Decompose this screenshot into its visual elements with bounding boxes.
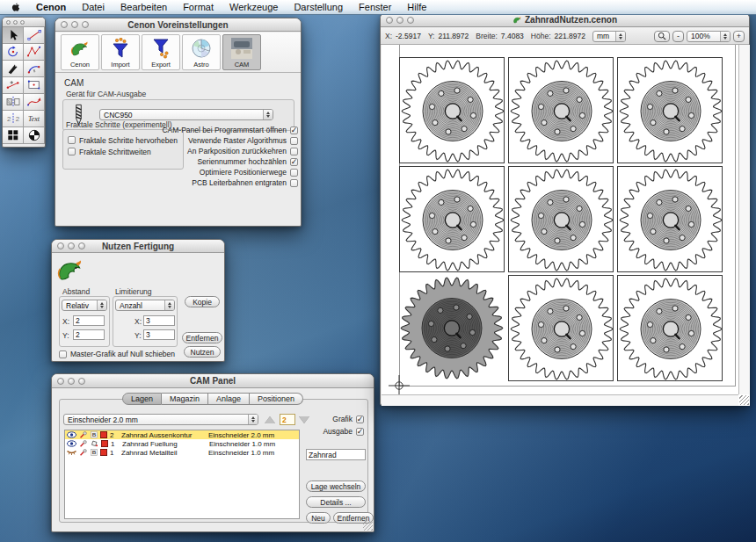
- close-button[interactable]: [57, 378, 64, 385]
- preferences-titlebar[interactable]: Cenon Voreinstellungen: [55, 18, 301, 32]
- fractal-option-checkbox-0[interactable]: [68, 136, 76, 144]
- prefs-toolbar-export[interactable]: Export: [142, 34, 180, 70]
- minimize-button[interactable]: [68, 378, 75, 385]
- text-tool[interactable]: Text: [24, 111, 45, 127]
- tool-palette-titlebar[interactable]: [3, 18, 45, 27]
- entfernen-button[interactable]: Entfernen: [182, 332, 222, 343]
- menu-bearbeiten[interactable]: Bearbeiten: [120, 2, 167, 12]
- gear-cell-selected[interactable]: [399, 275, 505, 381]
- zoom-button[interactable]: [407, 17, 414, 24]
- swatch-tool[interactable]: [3, 127, 24, 144]
- menu-app[interactable]: Cenon: [36, 2, 66, 12]
- resize-grip[interactable]: [739, 395, 749, 405]
- menu-format[interactable]: Format: [183, 2, 214, 12]
- layer-count-field[interactable]: [280, 414, 295, 425]
- close-button[interactable]: [61, 21, 68, 28]
- cam-option-checkbox-0[interactable]: ✓: [290, 126, 298, 134]
- abstand-y-field[interactable]: [73, 329, 105, 340]
- document-titlebar[interactable]: ZahnradNutzen.cenon: [381, 13, 749, 27]
- close-button[interactable]: [57, 242, 64, 249]
- unit-popup[interactable]: mm: [592, 31, 626, 42]
- neu-button[interactable]: Neu: [306, 512, 331, 524]
- mirror-numbers-tool[interactable]: 22: [3, 111, 24, 127]
- line-tool[interactable]: [24, 27, 45, 44]
- layer-row[interactable]: 1Zahnrad FuellungEinschneider 1.0 mm: [65, 439, 299, 448]
- minimize-button[interactable]: [13, 20, 18, 25]
- master-grafik-checkbox[interactable]: [59, 350, 67, 358]
- rotate-tool[interactable]: [3, 44, 24, 61]
- abstand-mode-popup[interactable]: Relativ: [62, 300, 107, 311]
- select-tool[interactable]: [3, 27, 24, 44]
- zoom-level-popup[interactable]: 100%: [687, 31, 731, 42]
- tool-popup[interactable]: Einschneider 2.0 mm: [63, 414, 258, 425]
- limitierung-x-field[interactable]: [143, 315, 175, 326]
- prefs-toolbar-astro[interactable]: Astro: [182, 34, 221, 70]
- layer-row[interactable]: B1Zahnrad MetallteilEinschneider 1.0 mm: [65, 448, 299, 457]
- prefs-toolbar-cenon[interactable]: Cenon: [61, 34, 99, 70]
- point-tool[interactable]: [3, 77, 24, 94]
- menu-datei[interactable]: Datei: [82, 2, 105, 12]
- apple-menu[interactable]: [11, 2, 20, 13]
- gear-cell[interactable]: [399, 166, 505, 272]
- polyline-tool[interactable]: [24, 44, 45, 61]
- stepper-up-icon[interactable]: [265, 416, 275, 423]
- menu-hilfe[interactable]: Hilfe: [407, 2, 426, 12]
- limitierung-y-field[interactable]: [143, 329, 175, 340]
- gear-cell[interactable]: [617, 166, 723, 272]
- tab-lagen[interactable]: Lagen: [122, 393, 162, 405]
- fractal-option-checkbox-1[interactable]: [68, 148, 76, 155]
- target-tool[interactable]: [24, 127, 45, 144]
- kopie-button[interactable]: Kopie: [185, 296, 220, 307]
- mirror-tool[interactable]: [3, 94, 24, 111]
- zoom-tool-button[interactable]: [654, 31, 670, 42]
- gear-cell[interactable]: [508, 166, 614, 272]
- resize-grip[interactable]: [363, 521, 373, 531]
- nutzen-titlebar[interactable]: Nutzen Fertigung: [52, 240, 224, 253]
- cam-panel-titlebar[interactable]: CAM Panel: [52, 374, 374, 388]
- abstand-x-field[interactable]: [73, 315, 105, 326]
- menu-werkzeuge[interactable]: Werkzeuge: [229, 2, 278, 12]
- drawing-canvas[interactable]: [382, 45, 738, 394]
- zoom-button[interactable]: [78, 242, 85, 249]
- tab-magazin[interactable]: Magazin: [162, 393, 208, 405]
- zoom-button[interactable]: [82, 21, 89, 28]
- vertical-scrollbar[interactable]: [738, 45, 750, 394]
- menu-fenster[interactable]: Fenster: [359, 2, 391, 12]
- details-button[interactable]: Details ...: [306, 496, 366, 508]
- cam-option-checkbox-3[interactable]: ✓: [290, 158, 298, 166]
- stepper-down-icon[interactable]: [299, 416, 309, 423]
- prefs-toolbar-import[interactable]: Import: [101, 34, 140, 70]
- pen-tool[interactable]: [3, 61, 24, 77]
- cam-option-checkbox-5[interactable]: [290, 179, 298, 187]
- layer-row[interactable]: B2Zahnrad AussenkonturEinschneider 2.0 m…: [65, 430, 299, 439]
- cam-option-checkbox-2[interactable]: [290, 148, 298, 155]
- horizontal-scrollbar[interactable]: [382, 394, 738, 406]
- gear-cell[interactable]: [399, 57, 505, 163]
- zoom-button[interactable]: [78, 378, 85, 385]
- gear-cell[interactable]: [617, 275, 723, 381]
- rectangle-tool[interactable]: [24, 77, 45, 94]
- nutzen-button[interactable]: Nutzen: [184, 346, 221, 358]
- cam-option-checkbox-4[interactable]: [290, 169, 298, 177]
- cam-device-popup[interactable]: CNC950: [99, 109, 273, 120]
- tab-positionen[interactable]: Positionen: [250, 393, 303, 405]
- gear-cell[interactable]: [617, 57, 723, 163]
- gear-cell[interactable]: [508, 57, 614, 163]
- close-button[interactable]: [386, 17, 393, 24]
- zoom-out-button[interactable]: -: [672, 31, 684, 42]
- curve-tool[interactable]: [24, 94, 45, 111]
- limitierung-mode-popup[interactable]: Anzahl: [115, 300, 175, 311]
- minimize-button[interactable]: [68, 242, 75, 249]
- filter-field[interactable]: [306, 449, 366, 460]
- arc-tool[interactable]: [24, 61, 45, 77]
- close-button[interactable]: [6, 20, 11, 25]
- layer-table[interactable]: B2Zahnrad AussenkonturEinschneider 2.0 m…: [64, 430, 300, 519]
- tab-anlage[interactable]: Anlage: [208, 393, 250, 405]
- grafik-checkbox[interactable]: ✓: [356, 416, 364, 423]
- cam-option-checkbox-1[interactable]: [290, 137, 298, 145]
- lage-wechseln-button[interactable]: Lage wechseln: [306, 481, 366, 492]
- minimize-button[interactable]: [71, 21, 78, 28]
- ausgabe-checkbox[interactable]: ✓: [356, 428, 364, 436]
- prefs-toolbar-cam[interactable]: CAM: [222, 34, 261, 70]
- zoom-button[interactable]: [20, 20, 25, 25]
